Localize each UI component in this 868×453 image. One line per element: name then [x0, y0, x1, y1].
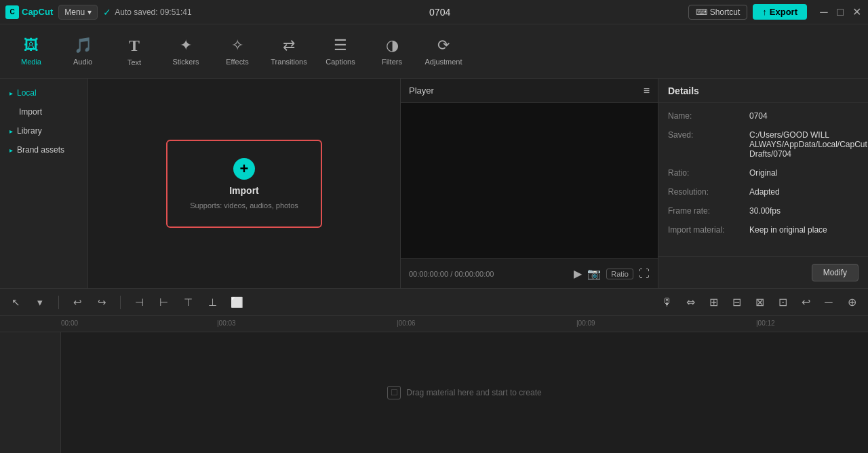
- shortcut-button[interactable]: ⌨ Shortcut: [688, 5, 748, 20]
- ruler-mark-3: |00:03: [217, 319, 236, 327]
- redo-button[interactable]: ↪: [93, 294, 111, 311]
- zoom-out-button[interactable]: ─: [819, 293, 838, 312]
- fullscreen-button[interactable]: ⛶: [639, 268, 650, 280]
- mic-button[interactable]: 🎙: [658, 293, 677, 312]
- detail-key-ratio: Ratio:: [668, 168, 743, 178]
- time-total: 00:00:00:00: [454, 270, 494, 278]
- player-header: Player ≡: [401, 79, 658, 103]
- undo-button[interactable]: ↩: [68, 294, 86, 311]
- tool-adjustment-label: Adjustment: [425, 58, 462, 66]
- export-button[interactable]: ↑ Export: [753, 4, 807, 20]
- tool-text[interactable]: T Text: [110, 30, 159, 73]
- split-right-button[interactable]: ⊢: [155, 294, 172, 311]
- time-current: 00:00:00:00: [409, 270, 448, 278]
- text-icon: T: [129, 37, 140, 55]
- sidebar-item-library[interactable]: ▸ Library: [3, 122, 85, 140]
- ruler-mark-9: |00:09: [576, 319, 595, 327]
- track-link-button[interactable]: ⇔: [681, 293, 700, 312]
- tool-media-label: Media: [21, 58, 41, 66]
- tool-stickers[interactable]: ✦ Stickers: [161, 30, 210, 73]
- player-title: Player: [409, 85, 434, 96]
- menu-button[interactable]: Menu ▾: [58, 5, 98, 20]
- sidebar-item-brand-assets[interactable]: ▸ Brand assets: [3, 141, 85, 159]
- zoom-in-button[interactable]: ⊕: [842, 293, 861, 312]
- tool-effects[interactable]: ✧ Effects: [213, 30, 262, 73]
- auto-save-text: Auto saved: 09:51:41: [115, 7, 191, 17]
- logo-icon: C: [5, 5, 19, 19]
- modify-button[interactable]: Modify: [812, 264, 859, 281]
- player-menu-icon[interactable]: ≡: [644, 85, 650, 97]
- ratio-badge[interactable]: Ratio: [606, 269, 633, 279]
- keyboard-icon: ⌨: [696, 7, 707, 17]
- track-hide-button[interactable]: ⊡: [773, 293, 792, 312]
- track-lock-button[interactable]: ⊠: [750, 293, 769, 312]
- import-drop-zone[interactable]: + Import Supports: videos, audios, photo…: [166, 140, 322, 228]
- track-labels: [0, 332, 61, 453]
- sidebar-item-import[interactable]: Import: [3, 103, 85, 121]
- project-title: 0704: [197, 7, 683, 18]
- detail-key-framerate: Frame rate:: [668, 206, 743, 216]
- app-logo: C CapCut: [5, 5, 53, 19]
- tool-transitions[interactable]: ⇄ Transitions: [264, 30, 313, 73]
- filters-icon: ◑: [386, 37, 399, 54]
- media-panel: + Import Supports: videos, audios, photo…: [88, 79, 400, 288]
- detail-key-resolution: Resolution:: [668, 187, 743, 197]
- tool-media[interactable]: 🖼 Media: [7, 30, 56, 73]
- detail-val-name: 0704: [749, 111, 859, 121]
- tool-filters-label: Filters: [382, 58, 402, 66]
- detail-row-import-material: Import material: Keep in original place: [668, 225, 859, 235]
- detail-row-saved: Saved: C:/Users/GOOD WILL ALWAYS/AppData…: [668, 130, 859, 159]
- tool-adjustment[interactable]: ⟳ Adjustment: [419, 30, 468, 73]
- detail-val-ratio: Original: [749, 168, 859, 178]
- details-footer: Modify: [658, 256, 868, 288]
- snapshot-button[interactable]: 📷: [587, 267, 601, 280]
- detail-row-ratio: Ratio: Original: [668, 168, 859, 178]
- sidebar-item-local[interactable]: ▸ Local: [3, 84, 85, 102]
- tool-transitions-label: Transitions: [271, 58, 307, 66]
- timeline-ruler: 00:00 |00:03 |00:06 |00:09 |00:12: [0, 316, 868, 332]
- tool-audio[interactable]: 🎵 Audio: [58, 30, 107, 73]
- details-header: Details: [658, 79, 868, 103]
- track-group-button[interactable]: ⊞: [704, 293, 723, 312]
- trim-left-button[interactable]: ⊤: [179, 294, 197, 311]
- player-screen: [401, 103, 658, 258]
- titlebar: C CapCut Menu ▾ ✓ Auto saved: 09:51:41 0…: [0, 0, 868, 24]
- media-sidebar: ▸ Local Import ▸ Library ▸ Brand assets: [0, 79, 88, 288]
- timeline-toolbar: ↖ ▾ ↩ ↪ ⊣ ⊢ ⊤ ⊥ ⬜ 🎙 ⇔ ⊞ ⊟ ⊠ ⊡ ↩ ─ ⊕: [0, 289, 868, 316]
- select-tool-button[interactable]: ↖: [7, 294, 24, 311]
- brand-assets-arrow-icon: ▸: [9, 146, 13, 154]
- tool-filters[interactable]: ◑ Filters: [368, 30, 416, 73]
- tool-text-label: Text: [127, 58, 141, 66]
- tracks-body: ☐ Drag material here and start to create: [0, 332, 868, 453]
- drag-icon: ☐: [387, 386, 401, 399]
- tool-captions-label: Captions: [326, 58, 355, 66]
- local-arrow-icon: ▸: [9, 90, 13, 97]
- tool-captions[interactable]: ☰ Captions: [316, 30, 365, 73]
- delete-button[interactable]: ⬜: [228, 294, 245, 311]
- minimize-button[interactable]: ─: [818, 6, 830, 18]
- export-icon: ↑: [762, 7, 767, 17]
- tool-audio-label: Audio: [73, 58, 92, 66]
- split-left-button[interactable]: ⊣: [130, 294, 148, 311]
- tool-effects-label: Effects: [226, 58, 248, 66]
- timeline-right-controls: 🎙 ⇔ ⊞ ⊟ ⊠ ⊡ ↩ ─ ⊕: [658, 293, 861, 312]
- check-icon: ✓: [103, 7, 111, 18]
- maximize-button[interactable]: □: [834, 6, 846, 18]
- tracks-content: ☐ Drag material here and start to create: [61, 332, 868, 453]
- ruler-mark-0: 00:00: [61, 319, 78, 327]
- sidebar-local-label: Local: [17, 88, 37, 98]
- undo-icon-button[interactable]: ↩: [796, 293, 815, 312]
- player-time: 00:00:00:00 / 00:00:00:00: [409, 270, 568, 278]
- detail-key-name: Name:: [668, 111, 743, 121]
- stickers-icon: ✦: [180, 37, 192, 54]
- player-panel: Player ≡ 00:00:00:00 / 00:00:00:00 ▶ 📷 R…: [400, 79, 658, 288]
- play-button[interactable]: ▶: [574, 267, 582, 280]
- shortcut-label: Shortcut: [710, 7, 741, 17]
- timeline-tracks: 00:00 |00:03 |00:06 |00:09 |00:12 ☐ Drag…: [0, 316, 868, 453]
- track-ungroup-button[interactable]: ⊟: [727, 293, 746, 312]
- ruler-mark-12: |00:12: [756, 319, 775, 327]
- trim-right-button[interactable]: ⊥: [203, 294, 221, 311]
- close-button[interactable]: ✕: [850, 6, 863, 18]
- select-arrow-button[interactable]: ▾: [31, 294, 49, 311]
- audio-icon: 🎵: [74, 37, 92, 54]
